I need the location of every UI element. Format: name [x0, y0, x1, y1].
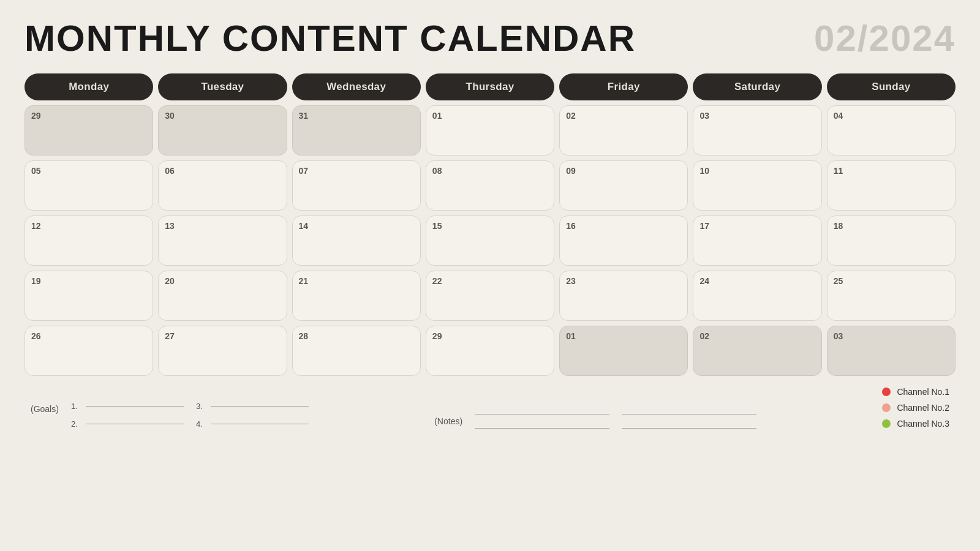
legend-item-2: Channel No.2 — [882, 403, 949, 413]
day-cell[interactable]: 08 — [426, 160, 554, 211]
day-number: 16 — [566, 221, 576, 231]
legend-label-2: Channel No.2 — [897, 403, 949, 413]
day-cell[interactable]: 15 — [426, 216, 554, 266]
day-cell[interactable]: 01 — [559, 326, 688, 376]
day-cell[interactable]: 30 — [158, 105, 287, 156]
day-cell[interactable]: 13 — [158, 216, 287, 266]
day-number: 22 — [432, 276, 442, 286]
day-number: 20 — [165, 276, 175, 286]
day-cell[interactable]: 09 — [559, 160, 688, 211]
day-number: 02 — [699, 331, 709, 341]
day-cell[interactable]: 26 — [24, 326, 153, 376]
legend-label-3: Channel No.3 — [897, 419, 949, 429]
day-header-sunday: Sunday — [827, 73, 956, 100]
day-number: 27 — [165, 331, 175, 341]
day-number: 23 — [566, 276, 576, 286]
goals-section: (Goals) 1. 2. 3. 4. — [31, 402, 309, 429]
day-number: 01 — [566, 331, 576, 341]
day-cell[interactable]: 18 — [827, 216, 956, 266]
day-number: 21 — [299, 276, 309, 286]
legend-dot-1 — [882, 388, 891, 396]
day-number: 18 — [834, 221, 843, 231]
day-cell[interactable]: 27 — [158, 326, 287, 376]
day-cell[interactable]: 29 — [24, 105, 153, 156]
day-cell[interactable]: 03 — [827, 326, 956, 376]
day-number: 07 — [299, 166, 309, 176]
goal-line-1: 1. — [71, 402, 184, 411]
day-cell[interactable]: 03 — [693, 105, 821, 156]
channel-legend: Channel No.1Channel No.2Channel No.3 — [882, 387, 949, 429]
day-header-saturday: Saturday — [693, 73, 821, 100]
day-number: 25 — [834, 276, 843, 286]
day-cell[interactable]: 11 — [827, 160, 956, 211]
legend-item-1: Channel No.1 — [882, 387, 949, 397]
footer: (Goals) 1. 2. 3. 4. (Notes) — [24, 387, 956, 429]
day-cell[interactable]: 23 — [559, 271, 688, 321]
day-cell[interactable]: 19 — [24, 271, 153, 321]
day-number: 29 — [31, 111, 41, 121]
day-cell[interactable]: 05 — [24, 160, 153, 211]
day-number: 09 — [566, 166, 576, 176]
goals-label: (Goals) — [31, 402, 59, 414]
day-cell[interactable]: 22 — [426, 271, 554, 321]
day-number: 30 — [165, 111, 175, 121]
day-cell[interactable]: 02 — [559, 105, 688, 156]
goal-line-4: 4. — [196, 419, 309, 429]
day-number: 01 — [432, 111, 442, 121]
day-cell[interactable]: 20 — [158, 271, 287, 321]
goal-line-3: 3. — [196, 402, 309, 411]
day-cell[interactable]: 02 — [693, 326, 821, 376]
day-number: 15 — [432, 221, 442, 231]
day-cell[interactable]: 14 — [292, 216, 421, 266]
day-cell[interactable]: 12 — [24, 216, 153, 266]
day-cell[interactable]: 10 — [693, 160, 821, 211]
day-number: 13 — [165, 221, 175, 231]
day-cell[interactable]: 06 — [158, 160, 287, 211]
day-cell[interactable]: 24 — [693, 271, 821, 321]
day-cell[interactable]: 01 — [426, 105, 554, 156]
day-header-thursday: Thursday — [426, 73, 554, 100]
day-number: 11 — [834, 166, 843, 176]
day-number: 12 — [31, 221, 41, 231]
day-number: 02 — [566, 111, 576, 121]
day-cell[interactable]: 29 — [426, 326, 554, 376]
legend-item-3: Channel No.3 — [882, 419, 949, 429]
day-number: 31 — [299, 111, 309, 121]
day-cell[interactable]: 28 — [292, 326, 421, 376]
page-header: MONTHLY CONTENT CALENDAR 02/2024 — [24, 18, 956, 59]
day-header-monday: Monday — [24, 73, 153, 100]
legend-label-1: Channel No.1 — [897, 387, 949, 397]
day-header-friday: Friday — [559, 73, 688, 100]
day-number: 06 — [165, 166, 175, 176]
day-cell[interactable]: 25 — [827, 271, 956, 321]
day-cell[interactable]: 21 — [292, 271, 421, 321]
day-number: 03 — [834, 331, 843, 341]
day-header-wednesday: Wednesday — [292, 73, 421, 100]
notes-lines-col1 — [475, 414, 609, 429]
day-cell[interactable]: 07 — [292, 160, 421, 211]
day-number: 14 — [299, 221, 309, 231]
day-number: 05 — [31, 166, 41, 176]
day-number: 04 — [834, 111, 843, 121]
day-number: 24 — [699, 276, 709, 286]
day-number: 10 — [699, 166, 709, 176]
day-cell[interactable]: 16 — [559, 216, 688, 266]
day-number: 03 — [699, 111, 709, 121]
goals-lines-col1: 1. 2. — [71, 402, 184, 429]
day-number: 28 — [299, 331, 309, 341]
month-year: 02/2024 — [814, 18, 956, 59]
legend-dot-2 — [882, 403, 891, 412]
goal-line-2: 2. — [71, 419, 184, 429]
day-number: 19 — [31, 276, 41, 286]
day-cell[interactable]: 17 — [693, 216, 821, 266]
day-header-tuesday: Tuesday — [158, 73, 287, 100]
day-cell[interactable]: 04 — [827, 105, 956, 156]
legend-dot-3 — [882, 419, 891, 428]
notes-label: (Notes) — [434, 414, 462, 426]
day-cell[interactable]: 31 — [292, 105, 421, 156]
goals-lines-col2: 3. 4. — [196, 402, 309, 429]
day-number: 26 — [31, 331, 41, 341]
page-title: MONTHLY CONTENT CALENDAR — [24, 18, 636, 59]
notes-section: (Notes) — [434, 414, 756, 429]
day-number: 17 — [699, 221, 709, 231]
